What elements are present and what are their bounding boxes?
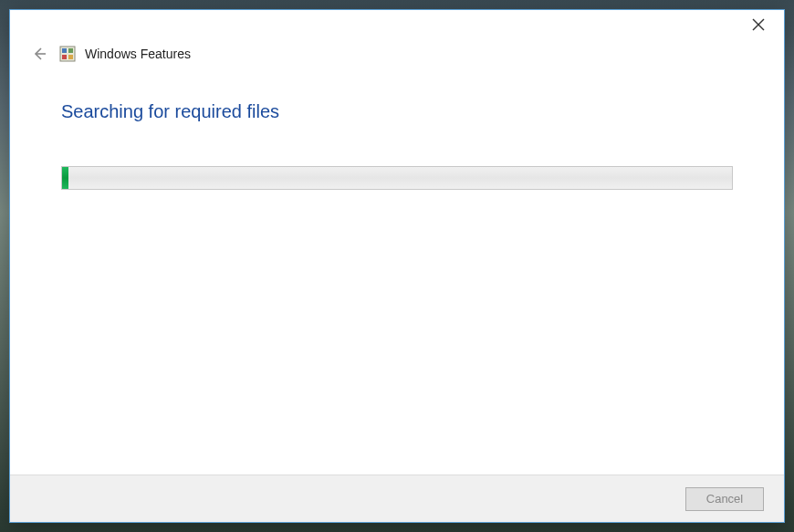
svg-rect-5	[68, 48, 73, 53]
back-arrow-icon	[31, 46, 47, 62]
back-button[interactable]	[28, 43, 50, 65]
progress-fill	[62, 167, 68, 189]
svg-rect-6	[62, 55, 67, 59]
app-title: Windows Features	[85, 47, 191, 61]
titlebar	[10, 10, 784, 39]
header-row: Windows Features	[10, 39, 784, 68]
footer: Cancel	[10, 475, 784, 522]
close-icon	[752, 18, 765, 31]
close-button[interactable]	[740, 12, 777, 37]
content-area: Searching for required files	[10, 68, 784, 208]
cancel-button[interactable]: Cancel	[685, 487, 764, 511]
windows-features-dialog: Windows Features Searching for required …	[9, 9, 785, 523]
svg-rect-4	[62, 48, 67, 53]
svg-rect-7	[68, 55, 73, 59]
status-heading: Searching for required files	[61, 101, 733, 122]
progress-bar	[61, 166, 733, 190]
windows-features-icon	[59, 46, 76, 62]
